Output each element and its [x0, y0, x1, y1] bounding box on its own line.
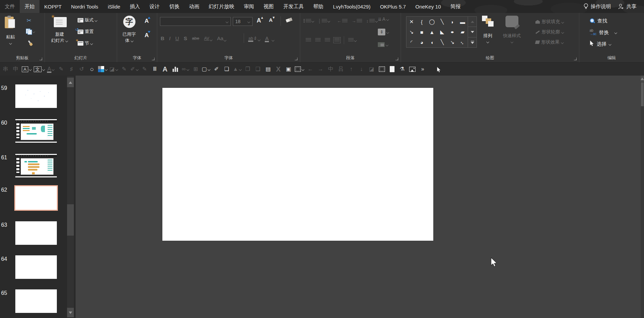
menu-tab--[interactable]: 插入 — [125, 0, 145, 13]
share-button[interactable]: 共享 — [616, 0, 639, 13]
venn-combine-dropdown-icon[interactable] — [187, 68, 189, 70]
change-case-button[interactable]: Aa — [217, 35, 226, 41]
select-dropdown-icon[interactable] — [609, 43, 611, 45]
underline-button[interactable]: U — [175, 35, 179, 41]
shape-effects-button[interactable]: 形状效果 — [535, 38, 564, 46]
text-direction-dropdown-icon[interactable] — [387, 18, 389, 20]
shrink-font-button[interactable]: A — [143, 32, 150, 39]
shape-fill-bucket-dropdown-icon[interactable] — [116, 68, 118, 70]
paste-button[interactable]: 粘贴 — [5, 16, 16, 44]
align-objects-icon[interactable]: 串 — [1, 64, 10, 74]
paragraph-dialog-launcher-icon[interactable] — [395, 57, 399, 61]
align-center-button[interactable] — [315, 38, 321, 42]
teardrop-shape[interactable]: ◗ — [447, 17, 457, 27]
line-spacing-button[interactable]: ↕ — [366, 18, 378, 23]
reset-button[interactable]: 重置 — [78, 29, 94, 35]
shape-scroll-up-icon[interactable] — [468, 17, 477, 27]
increase-indent-button[interactable]: → — [352, 18, 362, 23]
menu-tab-okplus-5-7[interactable]: OKPlus 5.7 — [375, 0, 410, 13]
menu-tab--[interactable]: 审阅 — [239, 0, 259, 13]
insert-picture-icon[interactable] — [408, 64, 417, 74]
shape-gallery-more-icon[interactable] — [468, 37, 477, 47]
section-button[interactable]: 节 — [78, 40, 93, 46]
drawing-dialog-launcher-icon[interactable] — [574, 57, 577, 61]
merge-shapes-icon[interactable]: ▢ — [202, 64, 210, 74]
menu-tab--[interactable]: 设计 — [145, 0, 164, 13]
wordart-icon[interactable]: A — [161, 64, 169, 74]
find-button[interactable]: 查找 — [590, 16, 617, 25]
convert-smartart-button[interactable] — [378, 42, 388, 47]
move-forward-icon[interactable]: → — [317, 64, 325, 74]
section-dropdown-icon[interactable] — [91, 42, 93, 45]
font-color-dropdown-icon[interactable] — [272, 39, 274, 41]
shape-fill-button[interactable]: 形状填充 — [535, 18, 564, 26]
slide-thumbnail-60[interactable] — [15, 119, 57, 143]
thin-line-shape[interactable]: ╲ — [437, 37, 447, 47]
layout-button[interactable]: 版式 — [78, 17, 97, 23]
bullets-dropdown-icon[interactable] — [312, 20, 314, 22]
shape-outline-button[interactable]: 形状轮廓 — [535, 28, 564, 36]
notes-icon[interactable]: ▤ — [264, 64, 272, 74]
copy-button[interactable] — [26, 29, 35, 34]
theme-color-swatch-icon[interactable] — [98, 64, 108, 74]
italic-button[interactable]: I — [169, 35, 171, 41]
reset-picture-icon[interactable]: ↺ — [78, 64, 86, 74]
panel-scrollbar[interactable] — [67, 76, 74, 317]
oval-shape[interactable]: ● — [447, 27, 457, 37]
text-shadow-button[interactable]: S — [184, 35, 187, 41]
menu-tab--[interactable]: 幻灯片放映 — [204, 0, 239, 13]
menu-tab-onekey-10[interactable]: OneKey 10 — [410, 0, 446, 13]
draw-table-icon[interactable]: ⊞ — [192, 64, 200, 74]
bring-forward-icon[interactable]: ❐ — [244, 64, 252, 74]
decrease-font-size-button[interactable]: A▼ — [269, 17, 273, 23]
justify-button[interactable] — [334, 38, 340, 42]
new-slide-dropdown-icon[interactable] — [66, 39, 68, 42]
font-size-dropdown-icon[interactable] — [248, 20, 250, 23]
slide-thumbnail-61[interactable] — [15, 154, 57, 177]
current-slide[interactable] — [162, 88, 433, 241]
eyedropper-icon[interactable]: ✎ — [57, 64, 65, 74]
canvas-scroll-up-icon[interactable] — [641, 76, 644, 82]
arrange-dropdown-icon[interactable] — [487, 41, 489, 43]
font-color-icon[interactable]: A — [47, 64, 55, 74]
excel-link-icon[interactable]: X — [274, 64, 283, 74]
chart-icon[interactable] — [171, 64, 179, 74]
arc-shape[interactable]: ◜ — [406, 37, 417, 47]
font-color-dropdown-icon[interactable] — [52, 68, 54, 70]
menu-tab--[interactable]: 简报 — [446, 0, 465, 13]
change-case-dropdown-icon[interactable] — [224, 39, 226, 41]
menu-tab--[interactable]: 切换 — [164, 0, 184, 13]
replace-button[interactable]: ab→ac 替换 — [590, 28, 617, 37]
character-spacing-button[interactable]: AV — [204, 36, 212, 41]
parallelogram-shape[interactable]: ▰ — [457, 27, 468, 37]
character-spacing-dropdown-icon[interactable] — [210, 38, 212, 41]
format-brush-icon[interactable]: ✐ — [212, 64, 221, 74]
slide-thumbnail-59[interactable] — [15, 84, 57, 108]
panel-scroll-down-icon[interactable] — [67, 308, 74, 317]
shape-effects-dropdown-icon[interactable] — [561, 41, 564, 44]
smartart-dropdown-icon[interactable] — [386, 44, 388, 46]
move-backward-icon[interactable]: ← — [306, 64, 315, 74]
new-slide-button[interactable]: ✳ 新建 幻灯片 — [51, 16, 68, 44]
toolbar-more-icon[interactable]: » — [419, 64, 427, 74]
layout-dropdown-icon[interactable] — [95, 19, 97, 21]
align-right-button[interactable] — [325, 38, 330, 42]
highlight-color-button[interactable]: ab✐ — [248, 36, 260, 41]
multiply-shape[interactable]: ✕ — [406, 17, 417, 27]
selection-pane-icon[interactable] — [295, 64, 304, 74]
theme-color-swatch-dropdown-icon[interactable] — [105, 68, 108, 70]
layout-org-icon[interactable]: 吕 — [337, 64, 345, 74]
menu-tab-lvyhtools-0429-[interactable]: LvyhTools(0429) — [328, 0, 375, 13]
snap-align-icon[interactable]: ♯ — [67, 64, 76, 74]
rounded-rectangle-shape[interactable]: ▬ — [457, 17, 468, 27]
arrange-button[interactable]: 排列 — [482, 16, 494, 43]
crop-icon[interactable] — [378, 64, 386, 74]
shape-outline-pen-icon[interactable]: ✐ — [130, 64, 139, 74]
merge-shapes-dropdown-icon[interactable] — [208, 68, 210, 70]
menu-tab--[interactable]: 开发工具 — [278, 0, 308, 13]
arrow-shape[interactable]: ↘ — [406, 27, 417, 37]
shadow-shape-icon[interactable]: ❏ — [223, 64, 231, 74]
placeholder-rect-icon[interactable] — [388, 64, 396, 74]
line-spacing-dropdown-icon[interactable] — [375, 20, 378, 22]
used-font-dialog-launcher-icon[interactable] — [151, 57, 155, 61]
